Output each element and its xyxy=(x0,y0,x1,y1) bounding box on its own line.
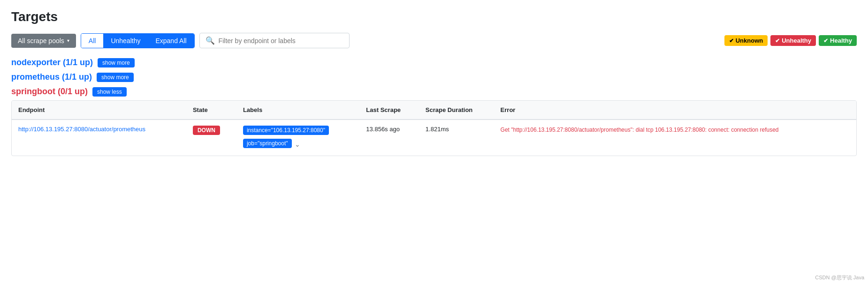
badge-unhealthy-label: Unhealthy xyxy=(782,37,811,44)
chevron-down-icon[interactable]: ⌄ xyxy=(295,141,300,148)
group-title-nodexporter: nodexporter (1/1 up) xyxy=(11,58,93,67)
group-header-prometheus: prometheus (1/1 up) show more xyxy=(11,72,857,82)
cell-scrape-duration: 1.821ms xyxy=(419,120,494,156)
group-prometheus: prometheus (1/1 up) show more xyxy=(11,72,857,82)
group-title-springboot: springboot (0/1 up) xyxy=(11,87,88,97)
check-unhealthy-icon: ✔ xyxy=(775,37,780,44)
page-title: Targets xyxy=(11,9,857,24)
toolbar: All scrape pools ▾ All Unhealthy Expand … xyxy=(11,33,857,48)
show-more-nodexporter[interactable]: show more xyxy=(98,58,135,67)
badge-unhealthy-filter[interactable]: ✔ Unhealthy xyxy=(770,35,816,46)
btn-all[interactable]: All xyxy=(81,34,104,48)
state-badge-down: DOWN xyxy=(193,126,220,135)
filter-btn-group: All Unhealthy Expand All xyxy=(81,33,195,48)
cell-last-scrape: 13.856s ago xyxy=(359,120,419,156)
cell-labels: instance="106.13.195.27:8080" job="sprin… xyxy=(236,120,359,156)
group-header-springboot: springboot (0/1 up) show less xyxy=(11,87,857,97)
scrape-duration-value: 1.821ms xyxy=(426,126,449,133)
label-row-2: job="springboot" ⌄ xyxy=(243,139,353,150)
group-title-prometheus: prometheus (1/1 up) xyxy=(11,72,92,82)
cell-state: DOWN xyxy=(186,120,236,156)
filter-badges: ✔ Unknown ✔ Unhealthy ✔ Healthy xyxy=(724,35,857,46)
search-icon: 🔍 xyxy=(206,36,215,45)
scrape-pools-dropdown[interactable]: All scrape pools ▾ xyxy=(11,34,76,48)
btn-expand-all[interactable]: Expand All xyxy=(148,34,194,48)
col-endpoint: Endpoint xyxy=(12,101,186,120)
col-labels: Labels xyxy=(236,101,359,120)
table-header-row: Endpoint State Labels Last Scrape Scrape… xyxy=(12,101,856,120)
badge-unknown-label: Unknown xyxy=(736,37,763,44)
col-last-scrape: Last Scrape xyxy=(359,101,419,120)
caret-icon: ▾ xyxy=(67,38,69,43)
badge-healthy-label: Healthy xyxy=(830,37,852,44)
check-healthy-icon: ✔ xyxy=(823,37,828,44)
col-error: Error xyxy=(494,101,856,120)
label-chip-instance: instance="106.13.195.27:8080" xyxy=(243,126,329,135)
show-more-prometheus[interactable]: show more xyxy=(97,73,134,82)
col-scrape-duration: Scrape Duration xyxy=(419,101,494,120)
col-state: State xyxy=(186,101,236,120)
table-row: http://106.13.195.27:8080/actuator/prome… xyxy=(12,120,856,156)
group-header-nodexporter: nodexporter (1/1 up) show more xyxy=(11,58,857,67)
last-scrape-value: 13.856s ago xyxy=(366,126,400,133)
cell-error: Get "http://106.13.195.27:8080/actuator/… xyxy=(494,120,856,156)
error-text: Get "http://106.13.195.27:8080/actuator/… xyxy=(501,127,779,133)
check-unknown-icon: ✔ xyxy=(729,37,734,44)
badge-unknown[interactable]: ✔ Unknown xyxy=(724,35,768,46)
badge-healthy-filter[interactable]: ✔ Healthy xyxy=(819,35,857,46)
label-row: instance="106.13.195.27:8080" xyxy=(243,126,353,137)
search-input[interactable] xyxy=(219,37,343,45)
scrape-pools-label: All scrape pools xyxy=(18,37,64,45)
label-chip-job: job="springboot" xyxy=(243,139,292,148)
btn-unhealthy[interactable]: Unhealthy xyxy=(103,34,148,48)
group-nodexporter: nodexporter (1/1 up) show more xyxy=(11,58,857,67)
springboot-table: Endpoint State Labels Last Scrape Scrape… xyxy=(11,100,857,156)
target-groups: nodexporter (1/1 up) show more prometheu… xyxy=(11,58,857,156)
show-less-springboot[interactable]: show less xyxy=(92,87,127,97)
endpoint-link[interactable]: http://106.13.195.27:8080/actuator/prome… xyxy=(18,126,145,133)
group-springboot: springboot (0/1 up) show less Endpoint S… xyxy=(11,87,857,156)
cell-endpoint: http://106.13.195.27:8080/actuator/prome… xyxy=(12,120,186,156)
search-wrapper: 🔍 xyxy=(199,33,350,48)
